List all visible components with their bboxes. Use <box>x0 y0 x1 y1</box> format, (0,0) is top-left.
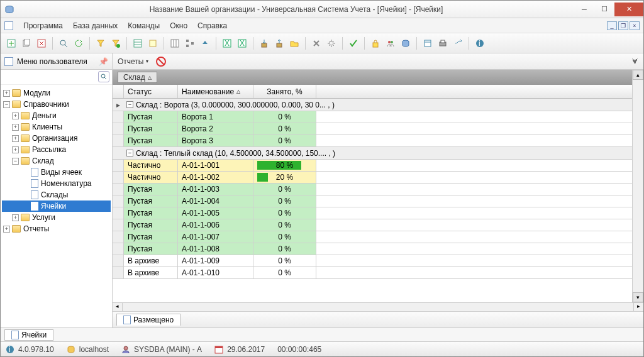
mdi-close-button[interactable]: × <box>630 21 640 30</box>
tool-grid1-icon[interactable] <box>131 36 145 50</box>
vertical-scrollbar[interactable]: ▴ ▾ <box>632 70 643 302</box>
maximize-button[interactable]: ☐ <box>594 3 614 16</box>
table-row[interactable]: В архивеА-01-1-0100 % <box>113 267 632 279</box>
tool-search-icon[interactable] <box>57 36 70 50</box>
node-references[interactable]: −Справочники <box>2 99 111 110</box>
col-name[interactable]: Наименование△ <box>178 85 253 98</box>
table-row[interactable]: ПустаяВорота 10 % <box>113 111 632 123</box>
left-search <box>1 70 112 85</box>
left-pane: Меню пользователя 📌 +Модули −Справочники… <box>1 53 113 327</box>
node-celltypes[interactable]: Виды ячеек <box>2 167 111 178</box>
mdi-min-button[interactable]: _ <box>607 21 617 30</box>
svg-rect-12 <box>191 42 194 45</box>
right-pane: Отчеты▾ ⮟ Склад△ Статус Наименование△ За… <box>113 53 643 327</box>
node-reports[interactable]: +Отчеты <box>2 223 111 234</box>
tool-delete-icon[interactable] <box>35 36 48 50</box>
svg-rect-18 <box>277 43 282 47</box>
node-modules[interactable]: +Модули <box>2 87 111 99</box>
tool-add-icon[interactable] <box>4 36 18 50</box>
tool-gear-icon[interactable] <box>325 36 338 50</box>
menu-window[interactable]: Окно <box>165 20 192 31</box>
group-field[interactable]: Склад△ <box>118 72 157 83</box>
svg-point-5 <box>60 40 65 45</box>
menu-program[interactable]: Программа <box>18 20 68 31</box>
tool-users-icon[interactable] <box>384 36 397 50</box>
cancel-icon[interactable] <box>156 57 166 67</box>
scroll-down-icon[interactable]: ▾ <box>633 292 643 302</box>
grid: Склад△ Статус Наименование△ Занято, % ▸−… <box>113 70 632 302</box>
col-status[interactable]: Статус <box>124 85 178 98</box>
scroll-up-icon[interactable]: ▴ <box>633 70 643 80</box>
tool-tree-icon[interactable] <box>183 36 197 50</box>
svg-rect-10 <box>186 40 189 42</box>
node-warehouse[interactable]: −Склад <box>2 155 111 167</box>
status-time: 00:00:00:465 <box>277 345 321 354</box>
svg-rect-8 <box>150 40 156 47</box>
node-nomen[interactable]: Номенклатура <box>2 178 111 189</box>
tool-lock-icon[interactable] <box>369 36 382 50</box>
table-row[interactable]: ПустаяВорота 20 % <box>113 123 632 135</box>
table-row[interactable]: ПустаяА-01-1-0050 % <box>113 207 632 219</box>
node-mail[interactable]: +Рассылка <box>2 144 111 155</box>
mdi-restore-button[interactable]: ❐ <box>618 21 628 30</box>
menu-help[interactable]: Справка <box>192 20 232 31</box>
search-icon[interactable] <box>98 71 109 82</box>
tool-refresh-icon[interactable] <box>72 36 86 50</box>
minimize-button[interactable]: ─ <box>574 3 594 16</box>
table-row[interactable]: ПустаяВорота 30 % <box>113 135 632 147</box>
table-row[interactable]: В архивеА-01-1-0090 % <box>113 255 632 267</box>
table-row[interactable]: ПустаяА-01-1-0030 % <box>113 184 632 195</box>
grid-body: ▸−Склад : Ворота (3, 0.000000, 300.00000… <box>113 99 632 279</box>
table-row[interactable]: ЧастичноА-01-1-00180 % <box>113 160 632 172</box>
group-header-2[interactable]: −Склад : Теплый склад (10, 4.500000, 34.… <box>113 147 632 160</box>
window-tabs: Ячейки <box>1 327 643 341</box>
tool-import-icon[interactable] <box>257 36 271 50</box>
tool-export-icon[interactable] <box>272 36 286 50</box>
tool-form-icon[interactable] <box>421 36 435 50</box>
svg-rect-20 <box>373 43 378 47</box>
expand-icon[interactable]: ⮟ <box>632 58 638 65</box>
node-money[interactable]: +Деньги <box>2 110 111 121</box>
tool-filter2-icon[interactable] <box>109 36 123 50</box>
node-clients[interactable]: +Клиенты <box>2 121 111 133</box>
col-pct[interactable]: Занято, % <box>253 85 316 98</box>
group-panel[interactable]: Склад△ <box>113 70 632 85</box>
group-header-1[interactable]: ▸−Склад : Ворота (3, 0.000000, 300.00000… <box>113 99 632 111</box>
tool-excel-icon[interactable]: X <box>220 36 234 50</box>
pin-icon[interactable]: 📌 <box>99 57 108 66</box>
tool-up-icon[interactable] <box>198 36 212 50</box>
reports-dropdown[interactable]: Отчеты▾ <box>118 57 148 66</box>
node-org[interactable]: +Организация <box>2 133 111 144</box>
tool-folder-icon[interactable] <box>287 36 301 50</box>
table-row[interactable]: ПустаяА-01-1-0040 % <box>113 195 632 207</box>
menu-commands[interactable]: Команды <box>123 20 165 31</box>
node-warehouses[interactable]: Склады <box>2 189 111 200</box>
svg-text:i: i <box>9 345 11 354</box>
titlebar: Название Вашей организации - Универсальн… <box>1 1 643 18</box>
wintab-cells[interactable]: Ячейки <box>4 329 53 341</box>
menu-database[interactable]: База данных <box>68 20 123 31</box>
tool-db-icon[interactable] <box>399 36 413 50</box>
tool-info-icon[interactable]: i <box>473 36 487 50</box>
node-cells[interactable]: Ячейки <box>2 200 111 212</box>
tool-settings-icon[interactable] <box>309 36 323 50</box>
main-toolbar: X X i <box>1 33 643 53</box>
tool-print-icon[interactable] <box>436 36 450 50</box>
tool-filter-icon[interactable] <box>94 36 108 50</box>
tool-excel2-icon[interactable]: X <box>235 36 249 50</box>
svg-rect-3 <box>25 39 30 45</box>
table-row[interactable]: ПустаяА-01-1-0080 % <box>113 243 632 255</box>
node-services[interactable]: +Услуги <box>2 212 111 223</box>
tool-cols-icon[interactable] <box>168 36 182 50</box>
table-row[interactable]: ПустаяА-01-1-0060 % <box>113 219 632 231</box>
tab-placed[interactable]: Размещено <box>116 314 180 326</box>
reports-toolbar: Отчеты▾ ⮟ <box>113 53 643 70</box>
horizontal-scrollbar[interactable]: ◂ ▸ <box>113 302 643 311</box>
tool-check-icon[interactable] <box>347 36 360 50</box>
tool-note-icon[interactable] <box>146 36 160 50</box>
tool-share-icon[interactable] <box>451 36 465 50</box>
table-row[interactable]: ЧастичноА-01-1-00220 % <box>113 172 632 184</box>
close-button[interactable]: ✕ <box>614 3 643 16</box>
table-row[interactable]: ПустаяА-01-1-0070 % <box>113 231 632 243</box>
tool-copy-icon[interactable] <box>19 36 33 50</box>
